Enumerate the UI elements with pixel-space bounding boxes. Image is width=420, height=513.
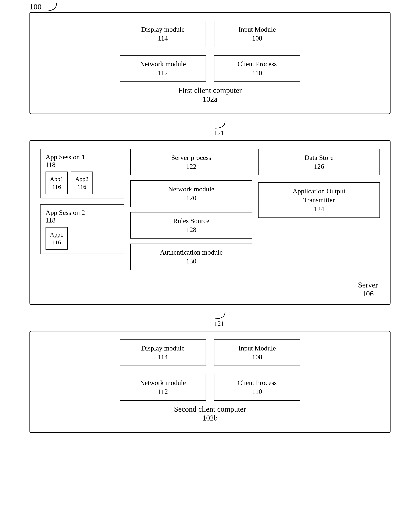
data-store-box: Data Store 126 — [258, 149, 380, 175]
app-session1-box: App Session 1 118 App1 116 App2 116 — [40, 149, 124, 198]
app-session2-box: App Session 2 118 App1 116 — [40, 204, 124, 254]
second-client-label: Second client computer 102b — [40, 405, 380, 422]
app-session1-label: App Session 1 118 — [45, 153, 119, 168]
app1-box-s2: App1 116 — [45, 227, 68, 249]
app-session2-apps: App1 116 — [45, 227, 119, 249]
second-client-box: Display module 114 Input Module 108 Netw… — [30, 331, 390, 433]
app-session1-apps: App1 116 App2 116 — [45, 172, 119, 194]
app-sessions-col: App Session 1 118 App1 116 App2 116 — [40, 149, 124, 254]
app-session2-label: App Session 2 118 — [45, 209, 119, 224]
first-client-display-module: Display module 114 — [120, 21, 206, 47]
first-client-client-process: Client Process 110 — [214, 55, 300, 82]
server-process-box: Server process 122 — [130, 149, 252, 175]
second-client-client-process: Client Process 110 — [214, 374, 300, 400]
second-client-display-module: Display module 114 — [120, 339, 206, 366]
rules-source-box: Rules Source 128 — [130, 212, 252, 239]
first-client-network-module: Network module 112 — [120, 55, 206, 82]
server-right-col: Data Store 126 Application Output Transm… — [258, 149, 380, 218]
connector2-label: 121 — [214, 311, 226, 327]
first-client-box: Display module 114 Input Module 108 Netw… — [30, 12, 390, 114]
first-client-modules: Display module 114 Input Module 108 Netw… — [120, 21, 300, 82]
connector2: 121 — [210, 305, 210, 331]
diagram-ref-label: 100 — [30, 2, 59, 12]
connector1-label: 121 — [214, 120, 226, 137]
connector2-line — [210, 305, 210, 331]
server-inner: App Session 1 118 App1 116 App2 116 — [40, 149, 380, 270]
second-client-modules: Display module 114 Input Module 108 Netw… — [120, 339, 300, 401]
first-client-input-module: Input Module 108 — [214, 21, 300, 47]
server-label: Server 106 — [358, 280, 378, 298]
first-client-label: First client computer 102a — [40, 86, 380, 104]
main-diagram: 100 Display module 114 Input Module 108 … — [16, 12, 404, 433]
server-middle-col: Server process 122 Network module 120 Ru… — [130, 149, 252, 270]
server-network-module-box: Network module 120 — [130, 180, 252, 207]
server-box: App Session 1 118 App1 116 App2 116 — [30, 140, 390, 305]
second-client-network-module: Network module 112 — [120, 374, 206, 400]
connector1-line — [210, 114, 210, 140]
auth-module-box: Authentication module 130 — [130, 244, 252, 270]
app-output-transmitter-box: Application Output Transmitter 124 — [258, 182, 380, 218]
connector1: 121 — [210, 114, 210, 140]
app2-box-s1: App2 116 — [71, 172, 93, 194]
second-client-input-module: Input Module 108 — [214, 339, 300, 366]
app1-box-s1: App1 116 — [45, 172, 68, 194]
